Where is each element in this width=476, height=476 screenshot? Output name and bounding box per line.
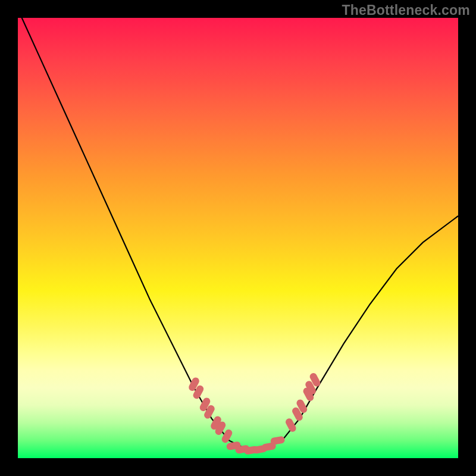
watermark-text: TheBottleneck.com (342, 2, 470, 18)
bottleneck-curve-svg (18, 18, 458, 458)
curve-marker (284, 417, 298, 433)
bottleneck-curve (18, 9, 458, 449)
plot-area (18, 18, 458, 458)
chart-frame: TheBottleneck.com (0, 0, 476, 476)
curve-marker (270, 436, 286, 445)
